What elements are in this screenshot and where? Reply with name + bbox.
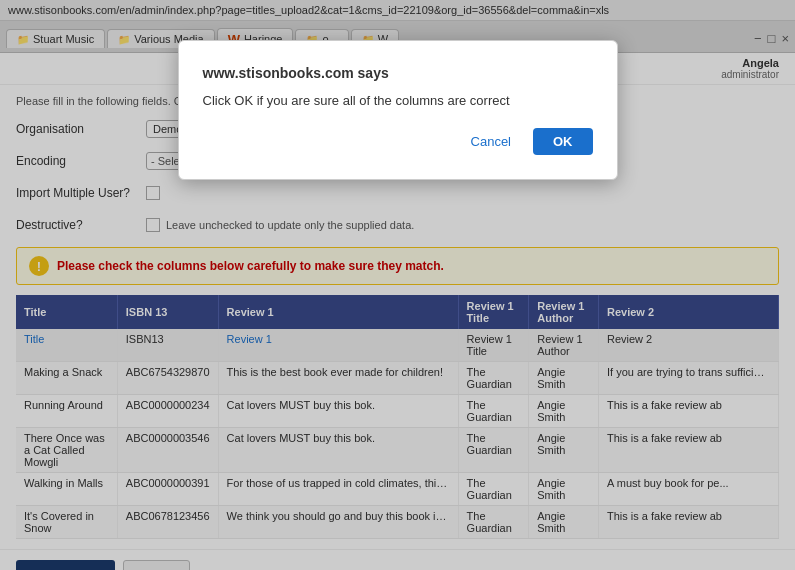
modal-title: www.stisonbooks.com says (203, 65, 593, 81)
modal-ok-button[interactable]: OK (533, 128, 593, 155)
modal-buttons: Cancel OK (203, 128, 593, 155)
modal-body: Click OK if you are sure all of the colu… (203, 93, 593, 108)
modal-dialog: www.stisonbooks.com says Click OK if you… (178, 40, 618, 180)
modal-overlay: www.stisonbooks.com says Click OK if you… (0, 0, 795, 570)
modal-cancel-button[interactable]: Cancel (459, 128, 523, 155)
